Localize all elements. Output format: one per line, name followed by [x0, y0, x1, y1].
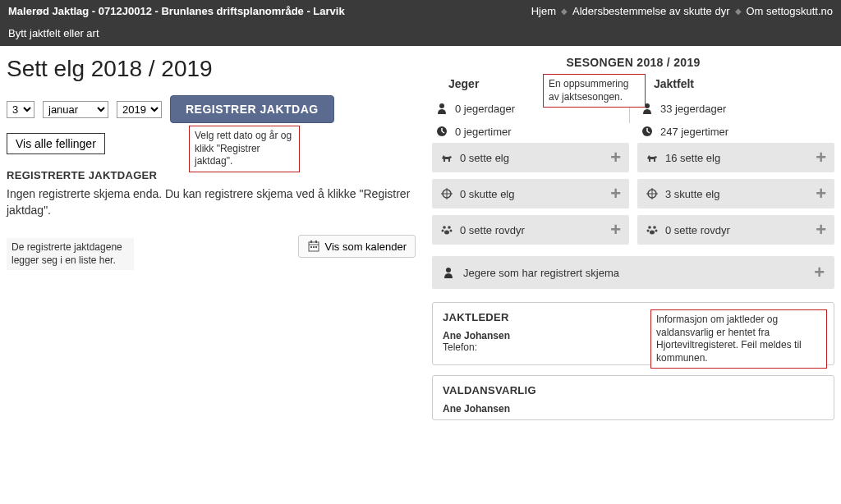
jaktfelt-hours-value: 247 jegertimer [660, 126, 728, 138]
year-select[interactable]: 2019 [117, 101, 162, 118]
svg-rect-5 [313, 246, 315, 248]
jaktfelt-shot-elk-row[interactable]: 3 skutte elg + [637, 179, 834, 208]
svg-point-15 [448, 226, 451, 229]
date-annotation: Velg rett dato og år og klikk "Registrer… [189, 126, 300, 172]
clock-icon [641, 125, 654, 138]
svg-rect-4 [310, 246, 312, 248]
hunt-leader-card: JAKTLEDER Ane Johansen Telefon: Informas… [432, 302, 834, 365]
list-annotation-text: De registrerte jaktdagene legger seg i e… [11, 241, 122, 266]
view-as-calendar-button[interactable]: Vis som kalender [298, 235, 416, 258]
jaktfelt-predator-value: 0 sette rovdyr [665, 224, 730, 236]
sub-bar: Bytt jaktfelt eller art [0, 22, 841, 46]
jaktfelt-column: Jaktfelt 33 jegerdager 247 jegertimer 16… [637, 77, 834, 251]
nav-separator: ◆ [561, 7, 568, 16]
jaktfelt-seen-elk-value: 16 sette elg [665, 152, 720, 164]
jaktfelt-days-row: 33 jegerdager [637, 97, 834, 120]
empty-state-text: Ingen registrerte skjema enda. Du kan re… [7, 186, 416, 218]
svg-point-7 [439, 103, 444, 108]
vald-responsible-card: VALDANSVARLIG Ane Johansen [432, 375, 834, 420]
jaktfelt-seen-elk-row[interactable]: 16 sette elg + [637, 143, 834, 172]
svg-point-29 [655, 230, 658, 232]
paw-icon [646, 223, 659, 236]
context-title: Malerød Jaktlag - 0712J0012 - Brunlanes … [0, 0, 353, 22]
crosshair-icon [440, 187, 453, 200]
top-nav: Hjem ◆ Aldersbestemmelse av skutte dyr ◆… [523, 0, 841, 22]
calendar-button-label: Vis som kalender [325, 241, 407, 253]
svg-point-14 [443, 226, 446, 229]
plus-icon[interactable]: + [816, 188, 826, 199]
list-annotation: De registrerte jaktdagene legger seg i e… [7, 238, 134, 270]
jaktfelt-days-value: 33 jegerdager [660, 103, 726, 115]
plus-icon[interactable]: + [816, 224, 826, 236]
jaktfelt-hours-row: 247 jegertimer [637, 120, 834, 143]
svg-point-31 [446, 268, 451, 273]
svg-point-30 [650, 231, 655, 235]
date-annotation-text: Velg rett dato og år og klikk "Registrer… [195, 130, 292, 167]
switch-field-link[interactable]: Bytt jaktfelt eller art [8, 27, 99, 39]
jeger-seen-elk-value: 0 sette elg [460, 152, 509, 164]
show-all-kills-button[interactable]: Vis alle fellinger [7, 133, 105, 154]
clock-icon [435, 125, 448, 138]
season-title: SESONGEN 2018 / 2019 [432, 56, 834, 69]
plus-icon[interactable]: + [610, 224, 621, 236]
jaktfelt-predator-row[interactable]: 0 sette rovdyr + [637, 215, 834, 245]
jeger-predator-row[interactable]: 0 sette rovdyr + [432, 215, 629, 245]
jeger-days-value: 0 jegerdager [455, 103, 515, 115]
date-selector-row: 3 januar 2019 REGISTRER JAKTDAG [7, 95, 416, 123]
jeger-seen-elk-row[interactable]: 0 sette elg + [432, 143, 629, 172]
nav-about[interactable]: Om settogskutt.no [747, 5, 834, 17]
person-icon [435, 102, 448, 115]
svg-point-18 [444, 231, 449, 235]
jeger-shot-elk-value: 0 skutte elg [460, 188, 515, 200]
summary-annotation: En oppsummering av jaktsesongen. [543, 74, 646, 108]
jeger-hours-row: 0 jegertimer [432, 120, 629, 143]
nav-age-determination[interactable]: Aldersbestemmelse av skutte dyr [572, 5, 729, 17]
paw-icon [440, 223, 453, 236]
register-hunting-day-button[interactable]: REGISTRER JAKTDAG [170, 95, 334, 123]
registered-hunters-label: Jegere som har registrert skjema [463, 267, 619, 279]
nav-separator: ◆ [735, 7, 742, 16]
summary-annotation-text: En oppsummering av jaktsesongen. [549, 78, 628, 103]
crosshair-icon [646, 187, 659, 200]
nav-home[interactable]: Hjem [531, 5, 556, 17]
leader-annotation: Informasjon om jaktleder og valdansvarli… [650, 309, 827, 369]
stats-columns: En oppsummering av jaktsesongen. Jeger 0… [432, 77, 834, 251]
svg-point-17 [450, 230, 453, 232]
person-icon [442, 266, 455, 279]
jaktfelt-shot-elk-value: 3 skutte elg [665, 188, 720, 200]
plus-icon[interactable]: + [816, 152, 826, 163]
jeger-shot-elk-row[interactable]: 0 skutte elg + [432, 179, 629, 208]
jeger-predator-value: 0 sette rovdyr [460, 224, 525, 236]
vald-title: VALDANSVARLIG [443, 384, 824, 396]
jeger-hours-value: 0 jegertimer [455, 126, 512, 138]
svg-point-27 [653, 226, 656, 229]
svg-point-16 [442, 230, 444, 232]
calendar-icon [307, 240, 320, 253]
leader-annotation-text: Informasjon om jaktleder og valdansvarli… [656, 314, 802, 364]
jaktfelt-heading: Jaktfelt [637, 77, 834, 90]
svg-point-26 [648, 226, 651, 229]
page-title: Sett elg 2018 / 2019 [7, 56, 416, 82]
plus-icon[interactable]: + [610, 152, 621, 163]
elk-icon [646, 151, 659, 164]
svg-point-28 [647, 230, 650, 232]
plus-icon[interactable]: + [610, 188, 621, 199]
registered-hunters-row[interactable]: Jegere som har registrert skjema + [432, 256, 834, 289]
month-select[interactable]: januar [43, 101, 108, 118]
svg-rect-6 [315, 246, 317, 248]
day-select[interactable]: 3 [7, 101, 34, 118]
top-bar: Malerød Jaktlag - 0712J0012 - Brunlanes … [0, 0, 841, 22]
elk-icon [440, 151, 453, 164]
vald-name: Ane Johansen [443, 403, 824, 415]
plus-icon[interactable]: + [814, 267, 825, 278]
